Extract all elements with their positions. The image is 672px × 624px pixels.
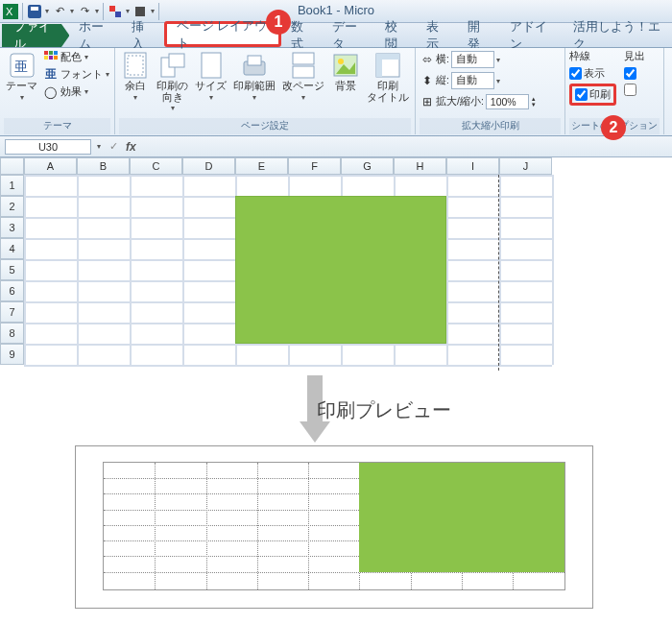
svg-rect-18 [169, 54, 184, 67]
margins-button[interactable]: 余白▾ [119, 49, 152, 104]
svg-rect-13 [49, 56, 53, 60]
svg-text:亜: 亜 [14, 59, 28, 74]
col-header[interactable]: E [235, 157, 288, 175]
tab-extra[interactable]: 活用しよう！エク [564, 24, 672, 47]
col-header[interactable]: H [394, 157, 446, 175]
ribbon-tabs: ファイル ホーム 挿入 ページ レイアウト 数式 データ 校閲 表示 開発 アド… [0, 23, 672, 48]
breaks-button[interactable]: 改ページ▾ [280, 49, 326, 104]
gridlines-view-checkbox[interactable]: 表示 [569, 66, 616, 81]
themes-icon: 亜 [8, 51, 36, 80]
svg-rect-6 [135, 7, 145, 16]
row-header[interactable]: 2 [0, 196, 24, 217]
col-header[interactable]: B [77, 157, 130, 175]
height-icon: ⬍ [420, 74, 434, 88]
svg-rect-12 [44, 56, 48, 60]
height-select[interactable]: 自動 [451, 72, 494, 89]
size-button[interactable]: サイズ▾ [193, 49, 228, 104]
row-header[interactable]: 5 [0, 259, 24, 280]
row-header[interactable]: 8 [0, 323, 24, 344]
fonts-button[interactable]: 亜フォント ▾ [42, 66, 110, 83]
svg-rect-14 [54, 56, 58, 60]
col-header[interactable]: A [24, 157, 77, 175]
group-label-scale: 拡大縮小印刷 [420, 118, 561, 134]
tab-page-layout[interactable]: ページ レイアウト [164, 21, 281, 47]
scale-input[interactable]: 100% [486, 94, 529, 109]
headings-print-checkbox[interactable]: X [624, 84, 660, 96]
tab-file[interactable]: ファイル [2, 24, 69, 47]
breaks-icon [289, 51, 318, 80]
scale-icon: ⊞ [420, 95, 434, 109]
print-area-icon [240, 51, 269, 80]
colors-button[interactable]: 配色 ▾ [42, 49, 110, 65]
col-header[interactable]: C [130, 157, 182, 175]
svg-rect-21 [248, 56, 261, 65]
group-label-page-setup: ページ設定 [119, 118, 411, 134]
tab-addin[interactable]: アドイン [500, 24, 564, 47]
worksheet-grid[interactable]: ABCDEFGHIJ123456789 [0, 157, 672, 371]
group-label-theme: テーマ [4, 118, 110, 134]
effects-button[interactable]: ◯効果 ▾ [42, 84, 110, 100]
svg-rect-23 [293, 66, 314, 78]
tab-data[interactable]: データ [323, 24, 375, 47]
redo-icon[interactable]: ↷ [77, 4, 92, 19]
orientation-button[interactable]: 印刷の 向き▾ [155, 49, 190, 114]
preview-title: 印刷プレビュー [317, 397, 451, 423]
svg-point-25 [338, 59, 344, 64]
tab-view[interactable]: 表示 [417, 24, 458, 47]
row-header[interactable]: 9 [0, 344, 24, 365]
fx-icon[interactable]: fx [126, 140, 136, 154]
svg-rect-9 [44, 51, 48, 55]
gridlines-print-checkbox[interactable]: 印刷 [569, 84, 616, 106]
margins-icon [121, 51, 150, 80]
background-button[interactable]: 背景 [329, 49, 362, 94]
col-header[interactable]: D [182, 157, 235, 175]
print-titles-button[interactable]: 印刷 タイトル [365, 49, 411, 105]
width-icon: ⬄ [420, 53, 434, 67]
col-header[interactable]: J [499, 157, 552, 175]
undo-icon[interactable]: ↶ [52, 4, 67, 19]
size-icon [197, 51, 226, 80]
app-icon: X [3, 4, 18, 19]
col-header[interactable]: G [341, 157, 394, 175]
formula-bar: U30 ▾ ✓ fx [0, 136, 672, 157]
svg-rect-22 [293, 53, 314, 64]
themes-button[interactable]: 亜 テーマ▾ [4, 49, 39, 104]
row-header[interactable]: 4 [0, 238, 24, 259]
tab-developer[interactable]: 開発 [458, 24, 499, 47]
svg-rect-11 [54, 51, 58, 55]
tab-insert[interactable]: 挿入 [122, 24, 163, 47]
row-header[interactable]: 1 [0, 175, 24, 196]
svg-rect-28 [376, 54, 382, 77]
print-preview-illustration: 印刷プレビュー [0, 371, 672, 624]
svg-rect-3 [31, 7, 38, 11]
effects-icon: ◯ [43, 84, 58, 99]
tab-review[interactable]: 校閲 [375, 24, 417, 47]
callout-badge-2: 2 [601, 115, 626, 140]
dropdown-icon[interactable]: ▾ [45, 7, 49, 15]
col-header[interactable]: I [446, 157, 499, 175]
width-select[interactable]: 自動 [451, 51, 494, 68]
row-header[interactable]: 3 [0, 217, 24, 238]
paint-icon[interactable] [108, 4, 123, 19]
gridlines-header: 枠線 [569, 49, 616, 63]
svg-rect-5 [115, 12, 121, 17]
window-title: Book1 - Micro [298, 3, 374, 17]
shape-icon[interactable] [132, 4, 148, 19]
svg-rect-19 [202, 53, 221, 78]
select-all-corner[interactable] [0, 157, 24, 175]
headings-view-checkbox[interactable]: 表示 [624, 66, 660, 81]
orientation-icon [158, 51, 187, 80]
row-header[interactable]: 7 [0, 301, 24, 323]
name-box[interactable]: U30 [5, 139, 91, 155]
save-icon[interactable] [27, 4, 42, 19]
tab-home[interactable]: ホーム [69, 24, 122, 47]
fonts-icon: 亜 [43, 67, 58, 82]
background-icon [331, 51, 360, 80]
svg-rect-4 [109, 6, 115, 12]
row-header[interactable]: 6 [0, 280, 24, 301]
ribbon: 亜 テーマ▾ 配色 ▾ 亜フォント ▾ ◯効果 ▾ テーマ 余白▾ 印刷の 向き… [0, 48, 672, 136]
col-header[interactable]: F [288, 157, 341, 175]
print-titles-icon [373, 51, 402, 80]
print-area-button[interactable]: 印刷範囲▾ [231, 49, 277, 104]
preview-page [75, 445, 593, 609]
